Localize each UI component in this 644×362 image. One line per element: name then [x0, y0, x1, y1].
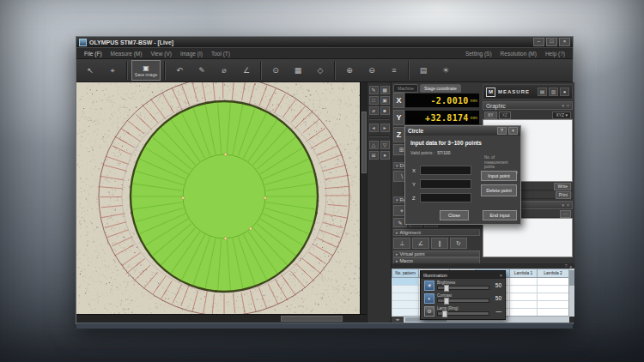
menu-help[interactable]: Help (?): [541, 51, 569, 57]
minimize-button[interactable]: –: [533, 38, 544, 46]
pin-icon[interactable]: ▾: [562, 202, 565, 208]
v-scroll-handle[interactable]: [361, 112, 367, 173]
layout-button[interactable]: ▤: [538, 87, 547, 96]
panel-button[interactable]: ▥: [549, 87, 558, 96]
menu-tool[interactable]: Tool (T): [207, 51, 234, 57]
alignment-tool-3[interactable]: ↻: [450, 238, 467, 249]
menu-resolution[interactable]: Resolution (M): [496, 51, 541, 57]
circle-dialog-titlebar[interactable]: Circle ? ×: [405, 126, 520, 136]
edge-trace-tool-button[interactable]: ✎: [191, 61, 212, 80]
section-alignment[interactable]: ▸Alignment: [393, 229, 480, 236]
list-more-button[interactable]: ⋯: [560, 210, 571, 218]
table-vertical-scrollbar[interactable]: [568, 268, 574, 317]
angle-tool-button[interactable]: ∠: [236, 61, 257, 80]
collapse-icon[interactable]: ▾: [562, 103, 565, 108]
stage-move-tool-button[interactable]: ⌖: [102, 61, 123, 80]
table-cell: [538, 278, 569, 286]
stage-move-tool-icon: ⌖: [110, 66, 114, 75]
col-lambda2[interactable]: Lambda 2: [538, 268, 569, 278]
toolcol-button-2[interactable]: □: [369, 96, 379, 105]
list-view-button[interactable]: ≡: [384, 61, 404, 80]
toolbar-separator: [260, 61, 262, 80]
table-vscroll-handle[interactable]: [569, 270, 574, 286]
graphic-panel-header[interactable]: Graphic ▾×: [483, 101, 573, 110]
table-cell: [538, 293, 569, 301]
toolcol-button-12[interactable]: ⊞: [369, 151, 379, 160]
illumination-popup-titlebar[interactable]: Illumination ×: [421, 271, 505, 279]
popup-close-icon[interactable]: ×: [500, 273, 502, 278]
point-tool-button[interactable]: ⊙: [265, 61, 286, 80]
toolcol-button-7[interactable]: ◂: [369, 124, 379, 132]
brightness-handle[interactable]: [444, 285, 449, 292]
close-button[interactable]: ×: [559, 38, 570, 46]
table-scroll-buttons[interactable]: ◂▸: [392, 317, 404, 323]
z-input[interactable]: [420, 193, 471, 202]
close-panel-icon[interactable]: ×: [567, 103, 569, 108]
section-virtual-point[interactable]: ▸Virtual point: [393, 250, 480, 257]
toolcol-button-5[interactable]: ■: [380, 106, 390, 115]
menu-view[interactable]: View (V): [146, 51, 175, 57]
maximize-button[interactable]: □: [546, 38, 557, 46]
toolcol-button-10[interactable]: △: [369, 141, 379, 149]
h-scroll-handle[interactable]: [281, 316, 343, 322]
end-input-button[interactable]: End input: [483, 210, 517, 220]
menu-image[interactable]: Image (I): [176, 51, 207, 57]
alignment-tool-2[interactable]: ∥: [431, 238, 448, 249]
delete-point-button[interactable]: Delete point: [481, 184, 517, 196]
menu-setting[interactable]: Setting (S): [461, 51, 496, 57]
axis-label-y: Y: [393, 110, 404, 125]
axis-label-x: X: [393, 93, 404, 108]
print-button[interactable]: Print: [556, 191, 571, 199]
brightness-slider[interactable]: [437, 286, 489, 290]
undo-button[interactable]: ↶: [169, 61, 190, 80]
viewport-horizontal-scrollbar[interactable]: [76, 314, 367, 323]
shape-tool-button[interactable]: ◇: [310, 61, 331, 80]
grid-tool-button[interactable]: ▦: [288, 61, 308, 80]
circle-tool-button[interactable]: ⌀: [214, 61, 234, 80]
write-button[interactable]: Write: [554, 183, 571, 190]
toolcol-button-13[interactable]: ●: [380, 151, 390, 160]
y-input[interactable]: [420, 179, 471, 189]
zoom-in-button[interactable]: ⊕: [339, 61, 360, 80]
contrast-slider[interactable]: [437, 299, 489, 303]
toolcol-button-11[interactable]: ▽: [380, 141, 390, 149]
measure-logo-icon: M: [486, 87, 495, 97]
select-tool-button[interactable]: ↖: [80, 61, 100, 80]
tab-stage-coordinate[interactable]: Stage coordinate: [420, 84, 461, 93]
alignment-tool-1[interactable]: ∠: [412, 238, 429, 249]
close-data-icon[interactable]: ×: [567, 202, 569, 208]
tab-machine-coordinate[interactable]: Machine: [393, 84, 418, 93]
menu-file[interactable]: File (F): [80, 51, 106, 57]
title-bar[interactable]: OLYMPUS STM7-BSW - [Live] – □ ×: [76, 37, 573, 47]
brightness-value: 50: [492, 282, 501, 288]
zoom-out-button[interactable]: ⊖: [361, 61, 382, 80]
record-button[interactable]: ●: [560, 87, 569, 96]
x-input[interactable]: [420, 166, 471, 175]
dialog-close-icon[interactable]: ×: [508, 127, 518, 135]
toolcol-button-0[interactable]: ✎: [369, 86, 379, 94]
lamp-slider[interactable]: [437, 311, 489, 316]
col-lambda1[interactable]: Lambda 1: [510, 268, 538, 278]
contrast-handle[interactable]: [444, 298, 449, 305]
live-image-viewport[interactable]: [76, 82, 360, 314]
tab-xz[interactable]: XZ: [499, 112, 511, 119]
close-dialog-button[interactable]: Close: [440, 210, 469, 220]
menu-measure[interactable]: Measure (M): [106, 51, 147, 57]
viewport-vertical-scrollbar[interactable]: [360, 82, 367, 314]
dialog-side-help-icon[interactable]: ?: [515, 171, 518, 176]
lamp-handle[interactable]: [442, 311, 447, 317]
illumination-button[interactable]: ☀: [435, 61, 456, 80]
save-image-button[interactable]: ▣Save image: [131, 60, 161, 81]
alignment-tool-0[interactable]: ⊥: [393, 238, 410, 249]
col-no-pattern[interactable]: No. pattern: [392, 268, 419, 278]
toolcol-button-4[interactable]: ⌀: [369, 106, 379, 115]
view-selector-dropdown[interactable]: XYZ ▾: [552, 112, 571, 119]
toolcol-button-1[interactable]: ▦: [380, 86, 390, 94]
toolcol-button-3[interactable]: ▣: [380, 96, 390, 105]
report-view-button[interactable]: ▤: [413, 61, 434, 80]
dialog-help-icon[interactable]: ?: [497, 127, 507, 135]
toolcol-button-8[interactable]: ▸: [380, 124, 390, 132]
tab-xy[interactable]: XY: [484, 112, 497, 119]
edge-trace-tool-icon: ✎: [198, 66, 205, 75]
input-point-button[interactable]: Input point: [481, 171, 517, 181]
